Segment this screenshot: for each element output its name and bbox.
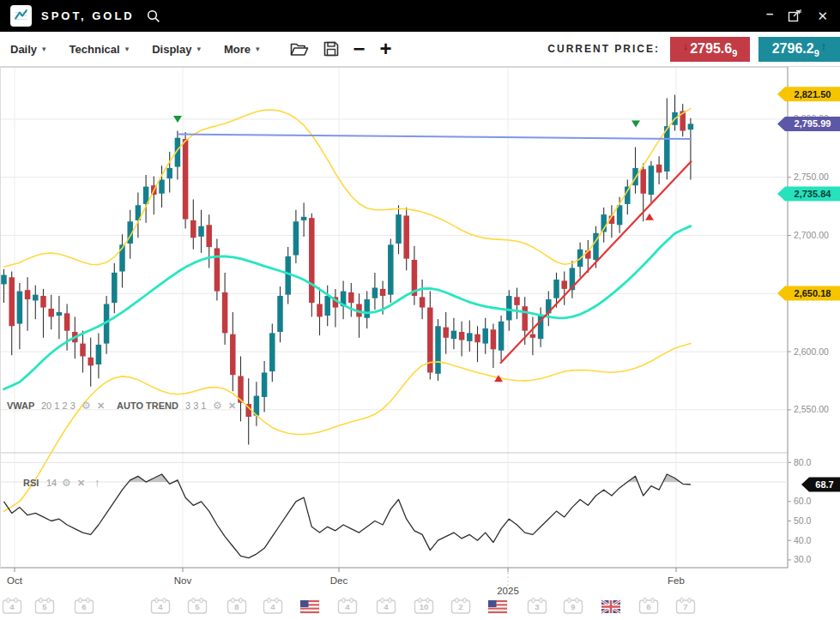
svg-text:7: 7 — [683, 602, 687, 611]
candle — [57, 312, 63, 316]
flag-us-icon[interactable] — [488, 600, 507, 613]
candle — [112, 273, 118, 303]
ask-price-badge[interactable]: 2796.2 9 ↑ — [758, 37, 840, 62]
candle — [198, 226, 204, 237]
svg-text:5: 5 — [195, 602, 200, 611]
candle — [625, 187, 631, 204]
toolbar: Daily ▾ Technical ▾ Display ▾ More ▾ − +… — [0, 32, 840, 67]
menu-more[interactable]: More ▾ — [224, 43, 260, 56]
titlebar: SPOT, GOLD – ✕ — [0, 0, 840, 32]
close-button[interactable]: ✕ — [817, 9, 828, 22]
candle — [420, 297, 426, 307]
price-tick-label: 2,550.00 — [794, 404, 829, 414]
chart-area[interactable]: 2,800.002,750.002,700.002,650.002,600.00… — [0, 67, 840, 620]
chevron-down-icon: ▾ — [42, 45, 46, 53]
calendar-day-icon[interactable]: 6 — [640, 599, 658, 614]
svg-text:4: 4 — [384, 602, 389, 611]
calendar-day-icon[interactable]: 7 — [677, 599, 695, 614]
menu-daily[interactable]: Daily ▾ — [10, 43, 46, 56]
svg-text:5: 5 — [42, 602, 47, 611]
arrow-down-icon: ↓ — [683, 39, 689, 52]
calendar-day-icon[interactable]: 8 — [228, 599, 246, 614]
vwap-params: 20 1 2 3 — [41, 400, 76, 411]
current-price-area: CURRENT PRICE: ↓ 2795.6 9 2796.2 9 ↑ — [547, 32, 840, 66]
calendar-day-icon[interactable]: 4 — [339, 599, 357, 614]
rsi-settings-icon[interactable]: ⚙ — [62, 477, 71, 489]
axis-badge-value: 2,821.50 — [795, 89, 831, 99]
flag-uk-icon[interactable] — [601, 600, 620, 613]
calendar-day-icon[interactable]: 10 — [415, 599, 433, 614]
candle — [206, 225, 212, 247]
candle — [183, 139, 189, 220]
candle — [17, 292, 23, 324]
svg-text:4: 4 — [158, 602, 163, 611]
candle — [451, 331, 457, 339]
search-icon[interactable] — [147, 9, 160, 23]
candle — [640, 169, 646, 193]
candle — [348, 292, 354, 303]
candle — [293, 221, 299, 255]
auto-trend-label: AUTO TREND — [117, 400, 178, 411]
month-label: Feb — [668, 575, 685, 586]
calendar-day-icon[interactable]: 4 — [378, 599, 396, 614]
vwap-remove-icon[interactable]: ✕ — [97, 400, 105, 411]
calendar-day-icon[interactable]: 2 — [452, 599, 470, 614]
candle — [561, 280, 567, 288]
calendar-day-icon[interactable]: 5 — [189, 599, 207, 614]
calendar-day-icon[interactable]: 3 — [529, 599, 547, 614]
candle — [230, 334, 236, 375]
menu-technical[interactable]: Technical ▾ — [69, 43, 130, 56]
svg-text:2: 2 — [458, 602, 462, 611]
month-label: Dec — [330, 575, 348, 586]
month-label: 2025 — [497, 586, 519, 596]
menu-display[interactable]: Display ▾ — [152, 43, 201, 56]
bid-price-badge[interactable]: ↓ 2795.6 9 — [670, 37, 750, 62]
month-label: Nov — [174, 575, 192, 586]
candle — [506, 296, 512, 320]
calendar-day-icon[interactable]: 5 — [36, 599, 54, 614]
candle — [459, 332, 465, 340]
candle — [159, 179, 165, 193]
price-tick-label: 2,600.00 — [794, 346, 829, 357]
zoom-out-button[interactable]: − — [354, 39, 366, 59]
candle — [396, 214, 402, 244]
candle — [96, 345, 102, 364]
svg-text:8: 8 — [234, 602, 239, 611]
candle — [649, 166, 655, 195]
svg-text:9: 9 — [571, 602, 575, 611]
calendar-day-icon[interactable]: 9 — [565, 599, 583, 614]
svg-text:3: 3 — [535, 602, 539, 611]
rsi-label: RSI — [23, 478, 39, 488]
candle — [33, 295, 39, 301]
calendar-day-icon[interactable]: 4 — [264, 599, 282, 614]
candle — [474, 334, 480, 342]
candle — [514, 297, 520, 304]
flag-us-icon[interactable] — [300, 600, 319, 613]
zoom-in-button[interactable]: + — [380, 39, 392, 59]
minimize-button[interactable]: – — [766, 7, 773, 20]
candle — [522, 306, 528, 330]
rsi-tick-label: 40.0 — [794, 535, 812, 545]
save-chart-button[interactable] — [323, 41, 339, 57]
rsi-move-up-icon[interactable]: ↑ — [94, 476, 100, 489]
restore-button[interactable] — [788, 9, 802, 24]
open-chart-button[interactable] — [290, 42, 309, 57]
candle — [372, 288, 378, 298]
candle — [222, 292, 228, 333]
svg-text:4: 4 — [345, 602, 350, 611]
rsi-remove-icon[interactable]: ✕ — [77, 478, 85, 488]
svg-text:4: 4 — [270, 602, 275, 611]
auto-trend-remove-icon[interactable]: ✕ — [228, 400, 236, 411]
axis-badge-value: 2,650.18 — [795, 288, 831, 298]
candle — [491, 329, 497, 349]
calendar-day-icon[interactable]: 4 — [3, 599, 21, 614]
calendar-day-icon[interactable]: 4 — [152, 599, 170, 614]
vwap-settings-icon[interactable]: ⚙ — [82, 400, 91, 412]
candle — [25, 290, 30, 299]
calendar-day-icon[interactable]: 6 — [76, 599, 94, 614]
candle — [277, 296, 283, 332]
auto-trend-settings-icon[interactable]: ⚙ — [213, 400, 222, 412]
candle — [324, 296, 330, 316]
svg-text:10: 10 — [420, 602, 429, 611]
candle — [656, 165, 662, 172]
